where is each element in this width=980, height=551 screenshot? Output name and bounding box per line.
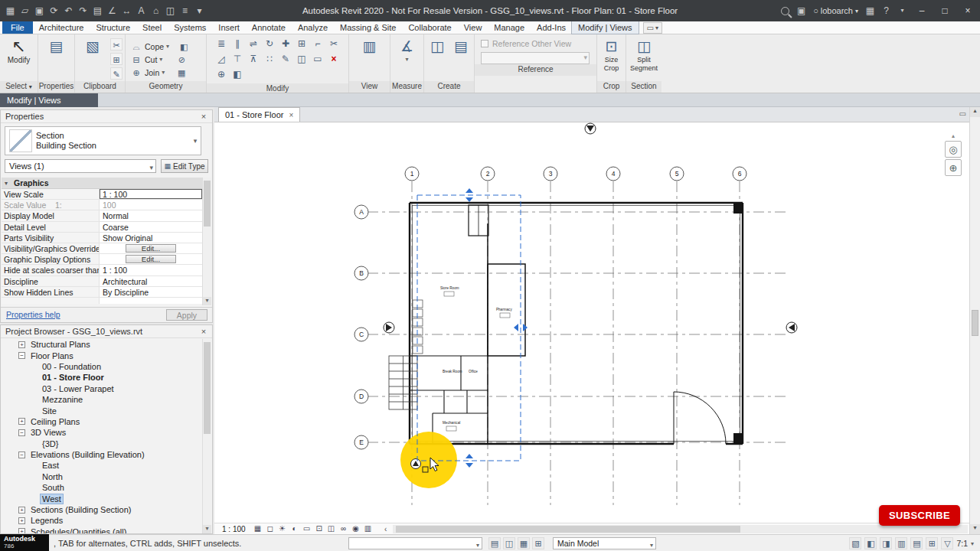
display-model-value[interactable]: Normal xyxy=(100,210,202,220)
panel-label-modify[interactable]: Modify xyxy=(207,83,348,93)
close-button[interactable]: × xyxy=(957,2,978,20)
match-icon[interactable]: ✎ xyxy=(278,52,293,67)
select-pinned-icon[interactable]: ⊞ xyxy=(926,537,938,549)
tree-item-03-lower-parapet[interactable]: 03 - Lower Parapet xyxy=(1,383,202,394)
tree-item-ceiling-plans[interactable]: +Ceiling Plans xyxy=(1,416,202,427)
select-underlay-icon[interactable]: ▤ xyxy=(910,537,923,549)
demolish-icon[interactable]: ⊘ xyxy=(175,54,188,66)
tab-analyze[interactable]: Analyze xyxy=(292,21,334,34)
elevation-markers[interactable] xyxy=(384,123,797,333)
crop-view-icon[interactable]: ⊡ xyxy=(313,523,325,534)
group-graphics[interactable]: ▾ Graphics xyxy=(2,178,202,189)
tree-item-structural-plans[interactable]: +Structural Plans xyxy=(1,339,202,350)
duplicate-view-button[interactable]: ◫ xyxy=(426,37,448,56)
app-store-icon[interactable]: ▦ xyxy=(863,2,877,19)
join-tool-icon[interactable]: ⊕ xyxy=(214,67,229,82)
search-icon[interactable] xyxy=(781,7,789,15)
parts-visibility-value[interactable]: Show Original xyxy=(100,233,202,243)
show-crop-region-icon[interactable]: ◫ xyxy=(325,523,338,534)
vscroll-thumb[interactable] xyxy=(972,310,978,336)
cut-geometry-button[interactable]: ⊟ Cut ▾ ⊘ xyxy=(130,53,188,66)
panel-label-geometry[interactable]: Geometry xyxy=(126,81,206,93)
detail-level-value[interactable]: Coarse xyxy=(100,222,202,232)
maximize-button[interactable]: □ xyxy=(934,2,956,20)
scale-icon[interactable]: ◿ xyxy=(214,52,229,67)
properties-close-icon[interactable]: × xyxy=(198,110,209,122)
print-icon[interactable]: ▤ xyxy=(90,2,105,19)
scrollbar-thumb[interactable] xyxy=(204,181,211,227)
tree-item-east[interactable]: East xyxy=(1,460,202,471)
floor-plan-drawing[interactable]: 1 2 3 4 5 6 A B C D E xyxy=(214,122,969,523)
detail-level-icon[interactable]: ▦ xyxy=(252,523,264,534)
delete-icon[interactable]: × xyxy=(326,52,341,67)
tree-item-sections[interactable]: +Sections (Building Section) xyxy=(1,504,202,515)
scrollbar-thumb[interactable] xyxy=(204,342,211,434)
help-caret-icon[interactable]: ▾ xyxy=(895,2,910,19)
project-browser-close-icon[interactable]: × xyxy=(198,325,209,337)
redo-icon[interactable]: ↷ xyxy=(76,2,90,19)
app-menu-icon[interactable]: ▦ xyxy=(3,2,18,19)
array-icon[interactable]: ∷ xyxy=(262,52,277,67)
tree-item-site[interactable]: Site xyxy=(1,405,202,416)
legend-button[interactable]: ▤ xyxy=(450,37,472,56)
tree-item-mezzanine[interactable]: Mezzanine xyxy=(1,394,202,405)
properties-help-link[interactable]: Properties help xyxy=(6,310,60,319)
rendering-dialog-icon[interactable]: ▭ xyxy=(301,523,313,534)
vscroll-down-icon[interactable]: ▾ xyxy=(970,524,980,534)
visibility-overrides-edit-button[interactable]: Edit... xyxy=(126,244,176,253)
section-icon[interactable]: ◫ xyxy=(163,2,178,19)
visual-style-icon[interactable]: ◻ xyxy=(264,523,276,534)
tree-item-west[interactable]: West xyxy=(1,493,202,504)
crop-region[interactable] xyxy=(417,188,528,468)
panel-label-properties[interactable]: Properties xyxy=(38,81,74,93)
tab-massing-site[interactable]: Massing & Site xyxy=(334,21,402,34)
navbar-collapse-icon[interactable]: ▴ xyxy=(952,133,955,139)
select-links-icon[interactable]: ▥ xyxy=(895,537,907,549)
tab-insert[interactable]: Insert xyxy=(212,21,246,34)
edit-type-button[interactable]: ▦ Edit Type xyxy=(161,159,208,173)
properties-scrollbar[interactable]: ▾ xyxy=(202,178,211,305)
default-3d-view-icon[interactable]: ⌂ xyxy=(149,2,163,19)
tree-item-schedules[interactable]: +Schedules/Quantities (all) xyxy=(1,527,202,533)
tree-item-00-foundation[interactable]: 00 - Foundation xyxy=(1,361,202,372)
signed-in-user[interactable]: ○ loboarch ▾ xyxy=(810,6,861,15)
panel-label-reference[interactable]: Reference xyxy=(475,64,596,76)
ribbon-display-toggle[interactable]: ▭ ▾ xyxy=(643,22,662,34)
hscroll-left-icon[interactable]: ‹ xyxy=(381,525,391,533)
size-crop-button[interactable]: ⊡ Size Crop xyxy=(599,37,625,73)
join-geometry-button[interactable]: ⊕ Join ▾ ▦ xyxy=(130,66,188,79)
room-tags[interactable]: Store Room Pharmacy Break Room Office Me… xyxy=(440,286,512,431)
exclude-options-icon[interactable]: ⊞ xyxy=(532,537,544,549)
tab-architecture[interactable]: Architecture xyxy=(33,21,90,34)
graphic-display-edit-button[interactable]: Edit... xyxy=(126,255,176,263)
gray-inactive-worksets-icon[interactable]: ◫ xyxy=(503,537,515,549)
horizontal-scrollbar[interactable] xyxy=(393,525,968,533)
paint-icon[interactable]: ◧ xyxy=(178,41,190,53)
temporary-view-properties-icon[interactable]: ▥ xyxy=(362,523,374,534)
reference-view-combobox[interactable]: ▾ xyxy=(481,52,590,64)
trim-extend-icon[interactable]: ⌐ xyxy=(310,37,325,51)
worksharing-display-icon[interactable]: ◧ xyxy=(864,537,877,549)
cope-button[interactable]: ⌓ Cope ▾ ◧ xyxy=(130,40,190,53)
tree-item-3d-views[interactable]: −3D Views xyxy=(1,427,202,438)
show-hidden-lines-value[interactable]: By Discipline xyxy=(100,287,202,297)
tab-annotate[interactable]: Annotate xyxy=(246,21,292,34)
paste-button[interactable]: ▧ xyxy=(77,37,108,56)
background-processes-icon[interactable]: ◨ xyxy=(880,537,892,549)
sun-path-icon[interactable]: ☀ xyxy=(276,523,289,534)
unpin-icon[interactable]: ⊼ xyxy=(246,52,261,67)
tab-manage[interactable]: Manage xyxy=(488,21,531,34)
view-tab-close-icon[interactable]: × xyxy=(289,111,293,119)
minimize-button[interactable]: – xyxy=(911,2,933,20)
tree-item-south[interactable]: South xyxy=(1,482,202,493)
design-option-combobox[interactable]: Main Model ▾ xyxy=(553,537,656,549)
undo-icon[interactable]: ↶ xyxy=(61,2,76,19)
measure-icon[interactable]: ∠ xyxy=(105,2,119,19)
apply-button[interactable]: Apply xyxy=(166,309,207,321)
copy-icon[interactable]: ⊞ xyxy=(110,53,122,65)
reveal-hidden-elements-icon[interactable]: ◉ xyxy=(350,523,362,534)
browser-scrollbar[interactable]: ▾ xyxy=(202,339,211,533)
copy-tool-icon[interactable]: ⊞ xyxy=(294,37,309,51)
design-options-icon[interactable]: ▦ xyxy=(518,537,530,549)
text-icon[interactable]: A xyxy=(134,2,149,19)
